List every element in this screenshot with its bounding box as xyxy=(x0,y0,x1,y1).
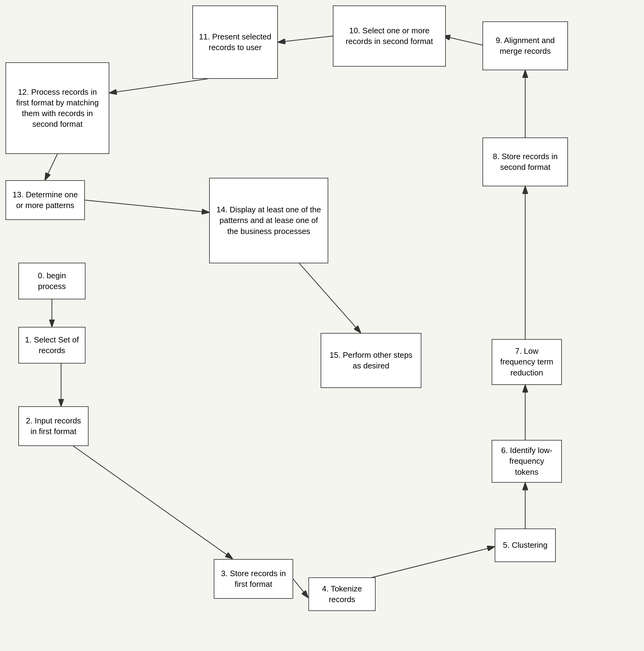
step6-box: 6. Identify low-frequency tokens xyxy=(492,440,562,483)
step15-box: 15. Perform other steps as desired xyxy=(321,333,421,388)
step9-box: 9. Alignment and merge records xyxy=(482,21,568,70)
svg-line-15 xyxy=(299,264,360,332)
step13-box: 13. Determine one or more patterns xyxy=(5,180,85,220)
step4-box: 4. Tokenize records xyxy=(309,578,376,611)
step2-box: 2. Input records in first format xyxy=(18,406,89,446)
step12-box: 12. Process records in first format by m… xyxy=(5,62,109,154)
svg-line-10 xyxy=(443,36,485,46)
svg-line-12 xyxy=(110,79,207,93)
step14-box: 14. Display at least one of the patterns… xyxy=(209,178,328,264)
step7-box: 7. Low frequency term reduction xyxy=(492,339,562,385)
step5-box: 5. Clustering xyxy=(495,528,556,562)
step11-box: 11. Present selected records to user xyxy=(192,5,278,79)
svg-line-3 xyxy=(73,446,232,558)
svg-line-5 xyxy=(360,547,494,581)
svg-line-14 xyxy=(85,200,208,212)
svg-line-11 xyxy=(279,36,333,42)
step0-box: 0. begin process xyxy=(18,263,86,299)
svg-line-13 xyxy=(45,154,57,180)
step10-box: 10. Select one or more records in second… xyxy=(333,5,446,67)
step1-box: 1. Select Set of records xyxy=(18,327,86,364)
flowchart: 0. begin process 1. Select Set of record… xyxy=(0,0,644,651)
step8-box: 8. Store records in second format xyxy=(482,137,568,186)
step3-box: 3. Store records in first format xyxy=(214,559,293,599)
svg-line-4 xyxy=(293,579,308,597)
